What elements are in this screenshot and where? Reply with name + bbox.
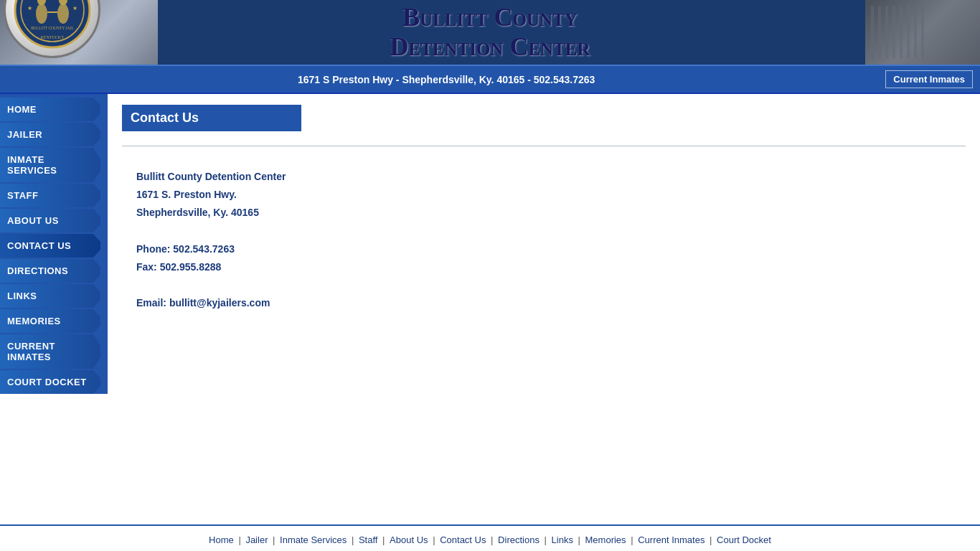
content-divider <box>122 146 966 146</box>
svg-text:KENTUCKY: KENTUCKY <box>40 35 65 39</box>
address-line1: 1671 S. Preston Hwy. <box>136 189 237 200</box>
footer-link-memories[interactable]: Memories <box>585 534 626 545</box>
header-title-line2: Detention Center <box>390 32 590 61</box>
sidebar-container: COMMONWEALTH OF KENTUCKY ★ ★ ★ ★ ★ <box>0 94 108 524</box>
address-bar: 1671 S Preston Hwy - Shepherdsville, Ky.… <box>0 65 980 94</box>
footer-link-staff[interactable]: Staff <box>359 534 378 545</box>
page-wrapper: Bullitt County Detention Center 1671 S P… <box>0 0 980 551</box>
sidebar-item-inmate-services[interactable]: INMATE SERVICES <box>0 148 100 182</box>
address-text: 1671 S Preston Hwy - Shepherdsville, Ky.… <box>7 74 885 85</box>
footer-links: Home | Jailer | Inmate Services | Staff … <box>7 534 973 545</box>
svg-point-4 <box>36 4 47 24</box>
email-link[interactable]: bullitt@kyjailers.com <box>169 297 270 309</box>
contact-info: Bullitt County Detention Center 1671 S. … <box>122 161 966 320</box>
footer-link-current-inmates[interactable]: Current Inmates <box>638 534 705 545</box>
footer-link-inmate-services[interactable]: Inmate Services <box>280 534 347 545</box>
logo-area: COMMONWEALTH OF KENTUCKY ★ ★ ★ ★ ★ <box>4 0 104 62</box>
sidebar-item-links[interactable]: LINKS <box>0 284 100 308</box>
header-title: Bullitt County Detention Center <box>390 3 590 62</box>
fax: Fax: 502.955.8288 <box>136 261 221 273</box>
header-bg-right <box>865 0 980 65</box>
current-inmates-header-button[interactable]: Current Inmates <box>885 70 973 88</box>
sidebar-item-about-us[interactable]: ABOUT US <box>0 209 100 232</box>
content-area: Contact Us Bullitt County Detention Cent… <box>108 94 980 524</box>
sidebar-item-contact-us[interactable]: CONTACT US <box>0 234 100 258</box>
header: Bullitt County Detention Center <box>0 0 980 65</box>
svg-point-0 <box>15 0 90 47</box>
address-line2: Shepherdsville, Ky. 40165 <box>136 207 259 218</box>
phone: Phone: 502.543.7263 <box>136 243 235 255</box>
svg-text:★: ★ <box>72 5 77 11</box>
footer-link-court-docket[interactable]: Court Docket <box>717 534 771 545</box>
footer-link-links[interactable]: Links <box>552 534 573 545</box>
footer-link-jailer[interactable]: Jailer <box>245 534 268 545</box>
header-title-line1: Bullitt County <box>402 3 578 32</box>
footer-link-contact-us[interactable]: Contact Us <box>440 534 486 545</box>
sidebar-item-court-docket[interactable]: COURT DOCKET <box>0 370 100 394</box>
org-name: Bullitt County Detention Center <box>136 171 286 182</box>
page-title: Contact Us <box>122 105 301 131</box>
seal-svg: COMMONWEALTH OF KENTUCKY ★ ★ ★ ★ ★ <box>13 0 92 50</box>
svg-text:BULLITT COUNTY JAIL: BULLITT COUNTY JAIL <box>31 26 74 30</box>
email-label: Email: <box>136 297 169 309</box>
sidebar-item-jailer[interactable]: JAILER <box>0 123 100 146</box>
footer-link-home[interactable]: Home <box>209 534 234 545</box>
sidebar-item-current-inmates[interactable]: CURRENT INMATES <box>0 334 100 369</box>
svg-text:★: ★ <box>27 5 32 11</box>
footer-link-directions[interactable]: Directions <box>498 534 540 545</box>
svg-point-5 <box>57 4 69 24</box>
footer-link-about-us[interactable]: About Us <box>390 534 428 545</box>
footer: Home | Jailer | Inmate Services | Staff … <box>0 524 980 551</box>
sidebar: HOME JAILER INMATE SERVICES STAFF ABOUT … <box>0 94 108 394</box>
sidebar-item-directions[interactable]: DIRECTIONS <box>0 259 100 283</box>
layout-body: COMMONWEALTH OF KENTUCKY ★ ★ ★ ★ ★ <box>0 94 980 524</box>
sidebar-item-home[interactable]: HOME <box>0 98 100 121</box>
sidebar-item-memories[interactable]: MEMORIES <box>0 309 100 333</box>
sidebar-item-staff[interactable]: STAFF <box>0 184 100 207</box>
